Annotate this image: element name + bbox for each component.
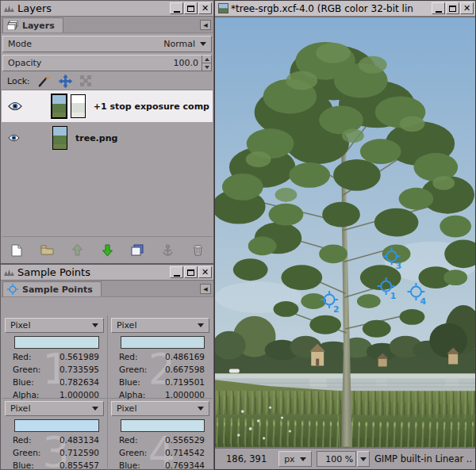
pointer-position: 186, 391 bbox=[226, 453, 274, 464]
mode-value: Pixel bbox=[117, 403, 136, 414]
alpha-label: Alpha: bbox=[119, 390, 145, 399]
minimize-button[interactable] bbox=[170, 266, 183, 278]
anchor-layer-button[interactable] bbox=[159, 242, 176, 259]
delete-layer-button[interactable] bbox=[189, 242, 206, 259]
red-value: 0.556529 bbox=[165, 435, 205, 445]
sample-point-icon bbox=[7, 284, 18, 295]
svg-text:1: 1 bbox=[390, 291, 397, 301]
green-value: 0.714542 bbox=[165, 448, 205, 457]
sample-points-grid: Pixel 1 Red:0.561989 Green:0.733595 Blue… bbox=[2, 315, 213, 468]
chevron-down-icon bbox=[198, 407, 204, 411]
maximize-button[interactable] bbox=[184, 266, 198, 278]
unit-dropdown[interactable]: px bbox=[278, 451, 312, 467]
svg-text:3: 3 bbox=[396, 261, 402, 271]
layer-row-tree[interactable]: tree.png bbox=[2, 122, 213, 154]
value-mode-dropdown[interactable]: Pixel bbox=[111, 318, 209, 333]
layer-thumbnail[interactable] bbox=[52, 126, 67, 150]
green-value: 0.733595 bbox=[60, 365, 99, 374]
red-value: 0.561989 bbox=[60, 352, 99, 361]
layer-mode-dropdown[interactable]: Mode Normal bbox=[2, 36, 212, 52]
blue-value: 0.719501 bbox=[165, 377, 205, 387]
visibility-eye-icon[interactable] bbox=[8, 101, 22, 111]
zoom-dropdown-button[interactable] bbox=[357, 451, 370, 467]
layer-name[interactable]: +1 stop exposure comp bbox=[94, 101, 209, 112]
window-title: Layers bbox=[17, 2, 170, 14]
image-canvas[interactable]: 1 2 3 4 bbox=[215, 17, 475, 448]
chevron-down-icon bbox=[92, 323, 98, 327]
raise-layer-button[interactable] bbox=[68, 242, 86, 259]
green-value: 0.712590 bbox=[60, 448, 99, 457]
opacity-spinner[interactable] bbox=[202, 55, 211, 71]
alpha-value: 1.000000 bbox=[165, 390, 205, 399]
window-title: Sample Points bbox=[17, 266, 170, 278]
sample-points-window: Sample Points ✕ Sample Points ◀ Pixel 1 bbox=[0, 264, 214, 470]
chevron-down-icon bbox=[198, 323, 204, 327]
duplicate-layer-button[interactable] bbox=[129, 242, 146, 259]
maximize-button[interactable] bbox=[446, 2, 459, 14]
value-mode-dropdown[interactable]: Pixel bbox=[5, 401, 104, 416]
lock-position-icon[interactable] bbox=[59, 75, 72, 88]
red-label: Red: bbox=[13, 435, 32, 445]
dock-icon bbox=[4, 5, 14, 12]
maximize-button[interactable] bbox=[184, 2, 198, 14]
chevron-down-icon bbox=[92, 407, 98, 411]
lock-alpha-icon[interactable] bbox=[80, 75, 91, 86]
alpha-value: 1.000000 bbox=[60, 390, 99, 399]
chevron-down-icon bbox=[360, 457, 367, 461]
tab-sample-points[interactable]: Sample Points bbox=[2, 281, 102, 296]
green-label: Green: bbox=[13, 365, 40, 374]
image-titlebar[interactable]: *tree-srgb.xcf-4.0 (RGB color 32-bit lin… bbox=[215, 1, 475, 17]
close-button[interactable]: ✕ bbox=[198, 2, 212, 14]
minimize-button[interactable] bbox=[170, 2, 183, 14]
sample-points-titlebar[interactable]: Sample Points ✕ bbox=[1, 265, 213, 281]
tab-menu-button[interactable]: ◀ bbox=[200, 20, 211, 30]
blue-value: 0.855457 bbox=[60, 460, 99, 470]
image-window: *tree-srgb.xcf-4.0 (RGB color 32-bit lin… bbox=[214, 0, 476, 470]
lock-row: Lock: bbox=[1, 73, 213, 89]
mode-value: Normal bbox=[163, 39, 195, 49]
tab-layers[interactable]: Layers bbox=[2, 17, 63, 32]
mode-value: Pixel bbox=[117, 320, 136, 331]
green-label: Green: bbox=[119, 448, 147, 457]
opacity-value: 100.0 bbox=[174, 58, 199, 68]
opacity-label: Opacity bbox=[8, 58, 41, 68]
tree-photo-canvas[interactable]: 1 2 3 4 bbox=[215, 17, 475, 448]
zoom-input[interactable]: 100 % bbox=[317, 451, 357, 467]
tab-label: Sample Points bbox=[22, 285, 93, 295]
tab-label: Layers bbox=[22, 21, 55, 31]
red-label: Red: bbox=[13, 352, 32, 361]
value-mode-dropdown[interactable]: Pixel bbox=[111, 401, 209, 416]
sample-point-1: Pixel 1 Red:0.561989 Green:0.733595 Blue… bbox=[2, 315, 107, 398]
mode-value: Pixel bbox=[10, 403, 30, 414]
layer-name[interactable]: tree.png bbox=[75, 133, 117, 143]
close-button[interactable]: ✕ bbox=[460, 2, 474, 14]
sample-points-tabrow: Sample Points ◀ bbox=[1, 281, 213, 297]
visibility-eye-icon[interactable] bbox=[8, 134, 20, 142]
layers-icon bbox=[7, 21, 18, 30]
layers-window: Layers ✕ Layers ◀ Mode Normal Opacity 10… bbox=[0, 0, 214, 264]
blue-label: Blue: bbox=[119, 377, 140, 387]
green-label: Green: bbox=[119, 365, 147, 374]
close-button[interactable]: ✕ bbox=[198, 266, 212, 278]
red-value: 0.483134 bbox=[60, 435, 99, 445]
red-value: 0.486169 bbox=[165, 352, 205, 361]
layers-titlebar[interactable]: Layers ✕ bbox=[1, 1, 213, 17]
new-group-button[interactable] bbox=[38, 242, 56, 259]
blue-label: Blue: bbox=[119, 460, 140, 470]
minimize-button[interactable] bbox=[432, 2, 445, 14]
gimp-file-icon bbox=[218, 3, 228, 13]
lower-layer-button[interactable] bbox=[98, 242, 116, 259]
lock-pixels-icon[interactable] bbox=[38, 75, 51, 87]
layer-opacity-slider[interactable]: Opacity 100.0 bbox=[2, 55, 212, 71]
layer-mask-thumbnail[interactable] bbox=[71, 94, 86, 118]
layer-thumbnail[interactable] bbox=[52, 94, 67, 118]
layer-row-exposure[interactable]: +1 stop exposure comp bbox=[2, 90, 213, 122]
tab-menu-button[interactable]: ◀ bbox=[200, 284, 211, 294]
status-message: GIMP built-in Linear ... bbox=[374, 453, 472, 464]
mode-label: Mode bbox=[8, 39, 32, 49]
value-mode-dropdown[interactable]: Pixel bbox=[5, 318, 104, 333]
chevron-down-icon bbox=[200, 42, 206, 46]
chevron-down-icon bbox=[300, 457, 306, 461]
new-layer-button[interactable] bbox=[8, 242, 25, 259]
layers-tabrow: Layers ◀ bbox=[1, 17, 213, 33]
